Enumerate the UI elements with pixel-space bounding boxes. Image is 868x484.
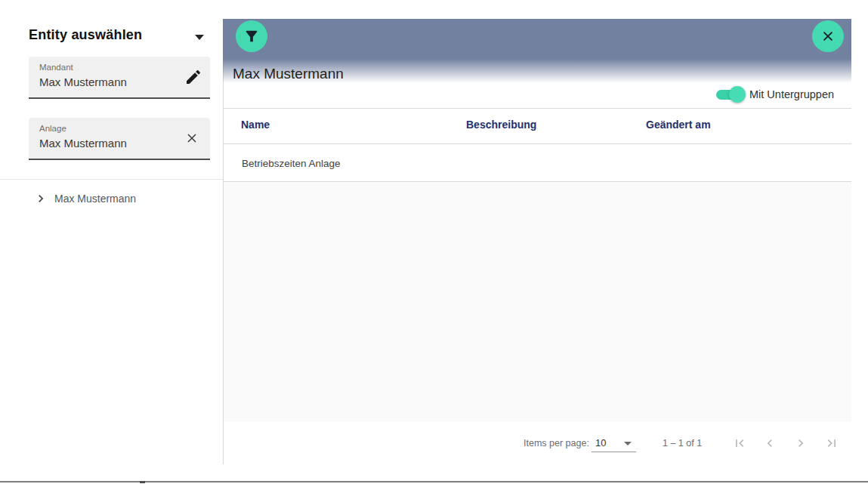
mandant-field-label: Mandant [39, 63, 73, 72]
anlage-field-label: Anlage [39, 124, 66, 133]
filter-funnel-icon [243, 28, 260, 45]
next-page-icon [793, 436, 808, 451]
paginator-range-label: 1 – 1 of 1 [663, 438, 702, 449]
tree-item-label: Max Mustermann [54, 193, 136, 205]
tree-item-max-mustermann[interactable]: Max Mustermann [33, 189, 136, 208]
close-x-icon [820, 29, 836, 44]
table-top-divider [224, 108, 851, 109]
first-page-button[interactable] [732, 436, 747, 451]
column-header-geaendert-am[interactable]: Geändert am [646, 119, 711, 131]
column-header-name[interactable]: Name [241, 119, 270, 131]
column-header-beschreibung[interactable]: Beschreibung [466, 119, 536, 131]
clear-x-icon [184, 131, 199, 148]
close-button[interactable] [812, 20, 844, 52]
items-per-page-label: Items per page: [524, 438, 589, 449]
sidebar-title: Entity auswählen [29, 27, 142, 43]
last-page-icon [824, 436, 839, 451]
page-size-underline [592, 452, 636, 452]
table-row-betriebszeiten[interactable]: Betriebszeiten Anlage [242, 158, 341, 169]
mandant-field[interactable]: Mandant Max Mustermann [29, 57, 210, 99]
clear-button[interactable] [183, 130, 201, 148]
anlage-field[interactable]: Anlage Max Mustermann [29, 118, 210, 160]
last-page-button[interactable] [824, 436, 839, 451]
next-page-button[interactable] [793, 436, 808, 451]
select-caret-icon[interactable] [624, 442, 632, 445]
sidebar-divider [0, 179, 224, 180]
chevron-down-icon[interactable] [195, 35, 204, 40]
table-empty-area [224, 182, 851, 421]
entity-select-screen: Entity auswählen Mandant Max Mustermann … [0, 0, 868, 484]
untergruppen-toggle-knob[interactable] [729, 86, 746, 103]
panel-title: Max Mustermann [233, 66, 344, 82]
header-row-divider [224, 143, 851, 144]
first-page-icon [732, 436, 747, 451]
previous-page-icon [762, 436, 777, 451]
page-size-select[interactable]: 10 [595, 437, 606, 449]
untergruppen-toggle-label: Mit Untergruppen [749, 88, 834, 100]
window-bottom-edge [0, 481, 868, 482]
edit-button[interactable] [183, 67, 204, 88]
edit-pencil-icon [184, 68, 202, 88]
chevron-right-icon[interactable] [33, 191, 48, 206]
anlage-field-value: Max Mustermann [39, 137, 127, 150]
filter-button[interactable] [236, 20, 267, 52]
previous-page-button[interactable] [762, 436, 777, 451]
mandant-field-value: Max Mustermann [39, 76, 127, 88]
window-bottom-notch [140, 481, 145, 483]
